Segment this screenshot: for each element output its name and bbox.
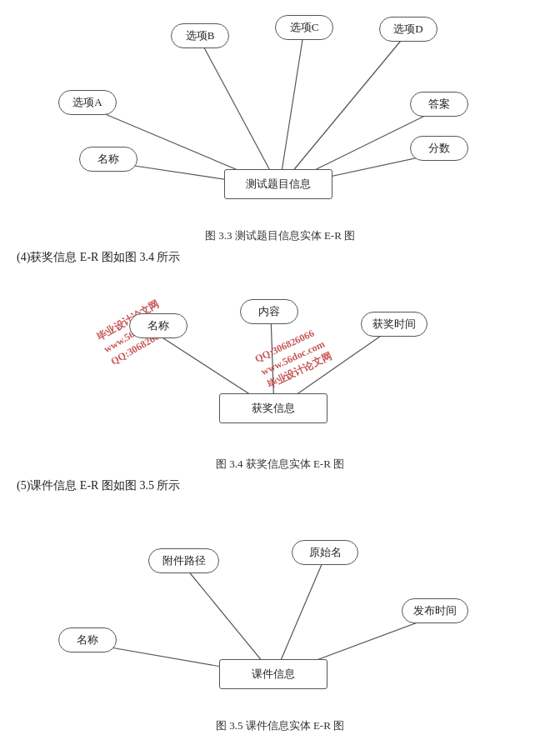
- node-xuanxiangD: 选项D: [379, 17, 438, 42]
- svg-line-11: [274, 557, 325, 676]
- watermark-2: QQ:306826066www.56doc.com毕业设计论文网: [252, 324, 333, 392]
- caption-2: 图 3.4 获奖信息实体 E-R 图: [17, 457, 543, 472]
- node-kejianxinxi: 课件信息: [219, 659, 328, 689]
- caption-1: 图 3.3 测试题目信息实体 E-R 图: [17, 228, 543, 243]
- er-canvas-1: 选项A 选项B 选项C 选项D 名称 答案 分数 测试题目信息: [17, 8, 543, 225]
- er-section-2: 毕业设计论文网www.56doc.comQQ:306826066 QQ:3068…: [17, 270, 543, 472]
- node-ceshitimuxinxi: 测试题目信息: [224, 169, 332, 199]
- svg-line-1: [200, 40, 279, 188]
- er-section-1: 选项A 选项B 选项C 选项D 名称 答案 分数 测试题目信息 图 3.3 测试…: [17, 8, 543, 243]
- watermark-container-2: 毕业设计论文网www.56doc.comQQ:306826066 QQ:3068…: [17, 270, 543, 453]
- node-xuanxiangC: 选项C: [275, 15, 333, 40]
- node-huojiang-shijian: 获奖时间: [361, 312, 428, 337]
- node-xuanxiangB: 选项B: [171, 23, 229, 48]
- page: 选项A 选项B 选项C 选项D 名称 答案 分数 测试题目信息 图 3.3 测试…: [0, 0, 560, 748]
- node-daan: 答案: [410, 92, 468, 117]
- section3-label: (5)课件信息 E-R 图如图 3.5 所示: [17, 478, 543, 493]
- svg-line-3: [279, 32, 408, 188]
- section2-label: (4)获奖信息 E-R 图如图 3.4 所示: [17, 250, 543, 265]
- node-fenshu: 分数: [410, 136, 468, 161]
- node-fabushijian: 发布时间: [402, 598, 468, 623]
- er-section-3: 附件路径 原始名 发布时间 名称 课件信息 图 3.5 课件信息实体 E-R 图: [17, 498, 543, 733]
- caption-3: 图 3.5 课件信息实体 E-R 图: [17, 718, 543, 733]
- node-mingcheng: 名称: [79, 147, 138, 172]
- node-mingcheng3: 名称: [58, 628, 117, 652]
- svg-line-2: [279, 29, 304, 188]
- er-canvas-3: 附件路径 原始名 发布时间 名称 课件信息: [17, 498, 543, 715]
- node-huojiangxinxi: 获奖信息: [219, 393, 328, 423]
- node-neirong: 内容: [240, 299, 298, 324]
- node-xuanxiangA: 选项A: [58, 90, 117, 115]
- node-huojiang-mingcheng: 名称: [129, 313, 188, 338]
- node-yuanshi-ming: 原始名: [292, 540, 358, 565]
- er-canvas-2: 毕业设计论文网www.56doc.comQQ:306826066 QQ:3068…: [17, 270, 543, 453]
- node-fujian-lujing: 附件路径: [148, 548, 219, 573]
